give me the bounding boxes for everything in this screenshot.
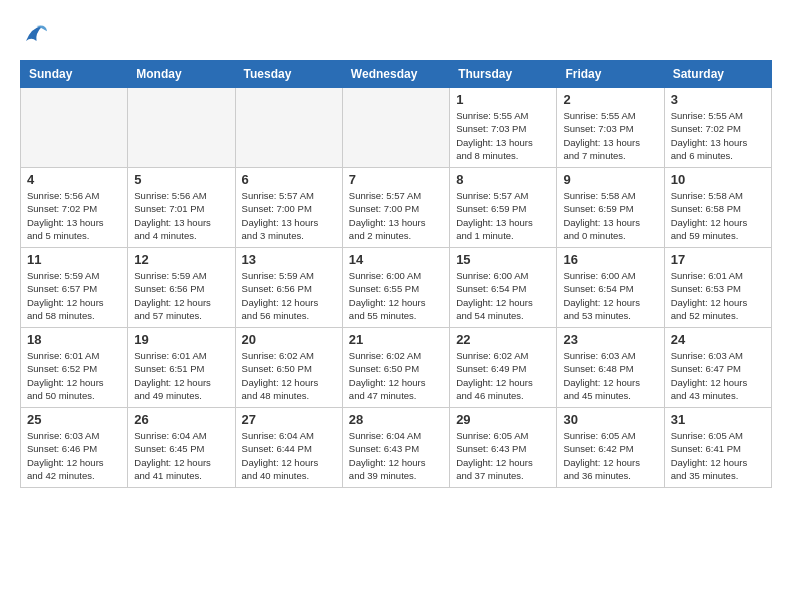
calendar-day-cell: 26 Sunrise: 6:04 AMSunset: 6:45 PMDaylig… (128, 408, 235, 488)
weekday-header: Wednesday (342, 61, 449, 88)
logo (20, 20, 54, 50)
calendar-day-cell: 21 Sunrise: 6:02 AMSunset: 6:50 PMDaylig… (342, 328, 449, 408)
day-number: 4 (27, 172, 121, 187)
day-number: 30 (563, 412, 657, 427)
calendar-day-cell (21, 88, 128, 168)
day-number: 14 (349, 252, 443, 267)
calendar-day-cell: 7 Sunrise: 5:57 AMSunset: 7:00 PMDayligh… (342, 168, 449, 248)
weekday-header: Friday (557, 61, 664, 88)
calendar-week-row: 11 Sunrise: 5:59 AMSunset: 6:57 PMDaylig… (21, 248, 772, 328)
day-info: Sunrise: 6:03 AMSunset: 6:47 PMDaylight:… (671, 349, 765, 402)
calendar-week-row: 18 Sunrise: 6:01 AMSunset: 6:52 PMDaylig… (21, 328, 772, 408)
day-number: 2 (563, 92, 657, 107)
calendar-day-cell: 13 Sunrise: 5:59 AMSunset: 6:56 PMDaylig… (235, 248, 342, 328)
day-number: 24 (671, 332, 765, 347)
day-info: Sunrise: 6:00 AMSunset: 6:55 PMDaylight:… (349, 269, 443, 322)
calendar-day-cell: 24 Sunrise: 6:03 AMSunset: 6:47 PMDaylig… (664, 328, 771, 408)
day-number: 22 (456, 332, 550, 347)
calendar-day-cell: 25 Sunrise: 6:03 AMSunset: 6:46 PMDaylig… (21, 408, 128, 488)
day-info: Sunrise: 6:05 AMSunset: 6:42 PMDaylight:… (563, 429, 657, 482)
day-number: 7 (349, 172, 443, 187)
day-number: 21 (349, 332, 443, 347)
calendar-day-cell: 3 Sunrise: 5:55 AMSunset: 7:02 PMDayligh… (664, 88, 771, 168)
day-info: Sunrise: 5:55 AMSunset: 7:02 PMDaylight:… (671, 109, 765, 162)
calendar-day-cell: 18 Sunrise: 6:01 AMSunset: 6:52 PMDaylig… (21, 328, 128, 408)
calendar-day-cell: 10 Sunrise: 5:58 AMSunset: 6:58 PMDaylig… (664, 168, 771, 248)
day-number: 16 (563, 252, 657, 267)
calendar-day-cell: 14 Sunrise: 6:00 AMSunset: 6:55 PMDaylig… (342, 248, 449, 328)
day-number: 31 (671, 412, 765, 427)
calendar-day-cell (128, 88, 235, 168)
day-info: Sunrise: 6:04 AMSunset: 6:43 PMDaylight:… (349, 429, 443, 482)
calendar-day-cell: 15 Sunrise: 6:00 AMSunset: 6:54 PMDaylig… (450, 248, 557, 328)
day-number: 8 (456, 172, 550, 187)
day-number: 5 (134, 172, 228, 187)
day-info: Sunrise: 5:56 AMSunset: 7:01 PMDaylight:… (134, 189, 228, 242)
calendar-day-cell: 9 Sunrise: 5:58 AMSunset: 6:59 PMDayligh… (557, 168, 664, 248)
day-info: Sunrise: 6:04 AMSunset: 6:45 PMDaylight:… (134, 429, 228, 482)
day-info: Sunrise: 6:01 AMSunset: 6:52 PMDaylight:… (27, 349, 121, 402)
calendar-day-cell (235, 88, 342, 168)
weekday-header: Tuesday (235, 61, 342, 88)
day-number: 19 (134, 332, 228, 347)
day-number: 27 (242, 412, 336, 427)
weekday-header: Monday (128, 61, 235, 88)
day-number: 13 (242, 252, 336, 267)
day-number: 17 (671, 252, 765, 267)
calendar-day-cell: 5 Sunrise: 5:56 AMSunset: 7:01 PMDayligh… (128, 168, 235, 248)
day-info: Sunrise: 5:55 AMSunset: 7:03 PMDaylight:… (456, 109, 550, 162)
day-info: Sunrise: 5:57 AMSunset: 6:59 PMDaylight:… (456, 189, 550, 242)
day-info: Sunrise: 6:00 AMSunset: 6:54 PMDaylight:… (456, 269, 550, 322)
day-number: 11 (27, 252, 121, 267)
day-info: Sunrise: 6:01 AMSunset: 6:51 PMDaylight:… (134, 349, 228, 402)
calendar-table: SundayMondayTuesdayWednesdayThursdayFrid… (20, 60, 772, 488)
day-info: Sunrise: 6:03 AMSunset: 6:46 PMDaylight:… (27, 429, 121, 482)
day-info: Sunrise: 5:57 AMSunset: 7:00 PMDaylight:… (349, 189, 443, 242)
day-info: Sunrise: 6:03 AMSunset: 6:48 PMDaylight:… (563, 349, 657, 402)
day-info: Sunrise: 5:59 AMSunset: 6:56 PMDaylight:… (134, 269, 228, 322)
day-number: 23 (563, 332, 657, 347)
calendar-day-cell: 20 Sunrise: 6:02 AMSunset: 6:50 PMDaylig… (235, 328, 342, 408)
day-number: 15 (456, 252, 550, 267)
calendar-day-cell: 30 Sunrise: 6:05 AMSunset: 6:42 PMDaylig… (557, 408, 664, 488)
day-info: Sunrise: 6:02 AMSunset: 6:49 PMDaylight:… (456, 349, 550, 402)
day-number: 18 (27, 332, 121, 347)
calendar-week-row: 1 Sunrise: 5:55 AMSunset: 7:03 PMDayligh… (21, 88, 772, 168)
calendar-day-cell: 28 Sunrise: 6:04 AMSunset: 6:43 PMDaylig… (342, 408, 449, 488)
day-number: 6 (242, 172, 336, 187)
calendar-week-row: 25 Sunrise: 6:03 AMSunset: 6:46 PMDaylig… (21, 408, 772, 488)
calendar-day-cell (342, 88, 449, 168)
logo-icon (20, 20, 50, 50)
day-info: Sunrise: 6:02 AMSunset: 6:50 PMDaylight:… (242, 349, 336, 402)
weekday-header-row: SundayMondayTuesdayWednesdayThursdayFrid… (21, 61, 772, 88)
calendar-day-cell: 4 Sunrise: 5:56 AMSunset: 7:02 PMDayligh… (21, 168, 128, 248)
day-info: Sunrise: 5:58 AMSunset: 6:58 PMDaylight:… (671, 189, 765, 242)
day-number: 10 (671, 172, 765, 187)
calendar-day-cell: 29 Sunrise: 6:05 AMSunset: 6:43 PMDaylig… (450, 408, 557, 488)
day-info: Sunrise: 5:59 AMSunset: 6:56 PMDaylight:… (242, 269, 336, 322)
day-info: Sunrise: 5:59 AMSunset: 6:57 PMDaylight:… (27, 269, 121, 322)
calendar-day-cell: 12 Sunrise: 5:59 AMSunset: 6:56 PMDaylig… (128, 248, 235, 328)
day-info: Sunrise: 6:04 AMSunset: 6:44 PMDaylight:… (242, 429, 336, 482)
day-number: 1 (456, 92, 550, 107)
calendar-day-cell: 22 Sunrise: 6:02 AMSunset: 6:49 PMDaylig… (450, 328, 557, 408)
calendar-day-cell: 27 Sunrise: 6:04 AMSunset: 6:44 PMDaylig… (235, 408, 342, 488)
calendar-day-cell: 17 Sunrise: 6:01 AMSunset: 6:53 PMDaylig… (664, 248, 771, 328)
day-info: Sunrise: 6:00 AMSunset: 6:54 PMDaylight:… (563, 269, 657, 322)
calendar-day-cell: 1 Sunrise: 5:55 AMSunset: 7:03 PMDayligh… (450, 88, 557, 168)
page-header (20, 20, 772, 50)
day-number: 9 (563, 172, 657, 187)
weekday-header: Sunday (21, 61, 128, 88)
calendar-day-cell: 6 Sunrise: 5:57 AMSunset: 7:00 PMDayligh… (235, 168, 342, 248)
weekday-header: Thursday (450, 61, 557, 88)
calendar-day-cell: 2 Sunrise: 5:55 AMSunset: 7:03 PMDayligh… (557, 88, 664, 168)
calendar-day-cell: 23 Sunrise: 6:03 AMSunset: 6:48 PMDaylig… (557, 328, 664, 408)
calendar-day-cell: 16 Sunrise: 6:00 AMSunset: 6:54 PMDaylig… (557, 248, 664, 328)
calendar-day-cell: 31 Sunrise: 6:05 AMSunset: 6:41 PMDaylig… (664, 408, 771, 488)
day-info: Sunrise: 5:55 AMSunset: 7:03 PMDaylight:… (563, 109, 657, 162)
calendar-day-cell: 8 Sunrise: 5:57 AMSunset: 6:59 PMDayligh… (450, 168, 557, 248)
calendar-week-row: 4 Sunrise: 5:56 AMSunset: 7:02 PMDayligh… (21, 168, 772, 248)
day-info: Sunrise: 5:58 AMSunset: 6:59 PMDaylight:… (563, 189, 657, 242)
day-number: 25 (27, 412, 121, 427)
day-number: 3 (671, 92, 765, 107)
